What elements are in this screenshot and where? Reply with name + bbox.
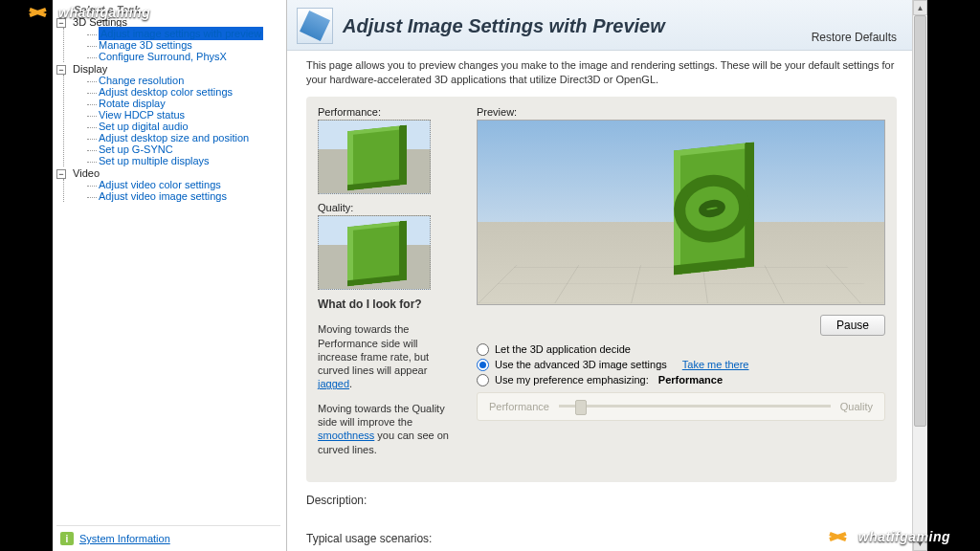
help-link-smoothness[interactable]: smoothness	[318, 430, 374, 441]
nav-gsync[interactable]: Set up G-SYNC	[99, 143, 173, 155]
nvidia-logo-3d	[657, 146, 771, 271]
tree-toggle-icon[interactable]: −	[56, 65, 66, 75]
nav-video-color[interactable]: Adjust video color settings	[99, 179, 221, 190]
slider-track[interactable]	[559, 405, 831, 408]
preference-value: Performance	[658, 374, 723, 386]
performance-thumbnail	[318, 120, 431, 194]
scroll-up-icon[interactable]: ▲	[913, 0, 927, 15]
take-me-there-link[interactable]: Take me there	[682, 359, 749, 370]
restore-defaults-link[interactable]: Restore Defaults	[812, 31, 897, 44]
description-label: Description:	[306, 494, 897, 507]
nav-hdcp-status[interactable]: View HDCP status	[99, 109, 185, 121]
radio-icon	[477, 374, 489, 386]
radio-label: Use the advanced 3D image settings	[495, 359, 667, 370]
radio-icon	[477, 343, 489, 356]
settings-panel: Performance: Quality: What do I look for…	[306, 97, 897, 482]
info-icon: i	[60, 532, 74, 545]
preview-label: Preview:	[477, 106, 885, 118]
quality-thumbnail	[318, 215, 431, 290]
watermark-top-left: whatifgaming	[28, 4, 150, 21]
nav-digital-audio[interactable]: Set up digital audio	[99, 121, 189, 132]
scrollbar-thumb[interactable]	[914, 15, 926, 427]
radio-label: Use my preference emphasizing:	[495, 374, 649, 386]
main-content: Adjust Image Settings with Preview Resto…	[287, 0, 912, 551]
watermark-text: whatifgaming	[858, 529, 950, 544]
quality-thumb-label: Quality:	[318, 202, 459, 213]
radio-let-app-decide[interactable]: Let the 3D application decide	[477, 343, 885, 356]
header-icon	[297, 8, 333, 44]
slider-label-right: Quality	[840, 401, 873, 412]
help-title: What do I look for?	[318, 298, 459, 313]
radio-advanced-3d[interactable]: Use the advanced 3D image settings Take …	[477, 359, 885, 371]
nav-video-image[interactable]: Adjust video image settings	[99, 190, 227, 202]
nav-adjust-image-preview[interactable]: Adjust image settings with preview	[99, 27, 263, 40]
help-box: What do I look for? Moving towards the P…	[318, 298, 459, 456]
nav-change-resolution[interactable]: Change resolution	[99, 75, 184, 86]
page-title: Adjust Image Settings with Preview	[343, 15, 665, 37]
nav-desktop-color[interactable]: Adjust desktop color settings	[99, 86, 233, 98]
page-header: Adjust Image Settings with Preview Resto…	[287, 0, 912, 51]
pause-button[interactable]: Pause	[820, 315, 885, 336]
nav-rotate-display[interactable]: Rotate display	[99, 98, 166, 109]
tree-group-label: Video	[73, 167, 100, 179]
watermark-text: whatifgaming	[58, 5, 150, 20]
nav-manage-3d[interactable]: Manage 3D settings	[99, 39, 192, 51]
nav-configure-surround[interactable]: Configure Surround, PhysX	[99, 51, 227, 62]
radio-icon	[477, 359, 489, 371]
nav-desktop-size-pos[interactable]: Adjust desktop size and position	[99, 132, 249, 143]
quality-slider: Performance Quality	[477, 392, 885, 421]
watermark-icon	[828, 528, 853, 545]
help-text: Moving towards the Quality side will imp…	[318, 403, 445, 428]
help-link-jagged[interactable]: jagged	[318, 378, 349, 389]
preview-viewport	[477, 120, 885, 305]
radio-use-preference[interactable]: Use my preference emphasizing: Performan…	[477, 374, 885, 386]
vertical-scrollbar[interactable]: ▲ ▼	[912, 0, 927, 551]
system-information-link[interactable]: System Information	[79, 533, 170, 544]
intro-text: This page allows you to preview changes …	[306, 58, 897, 87]
slider-label-left: Performance	[489, 401, 549, 412]
scenarios-label: Typical usage scenarios:	[306, 532, 897, 545]
nav-tree: − 3D Settings Adjust image settings with…	[56, 15, 280, 202]
nav-multiple-displays[interactable]: Set up multiple displays	[99, 155, 210, 166]
sidebar: Select a Task... − 3D Settings Adjust im…	[53, 0, 287, 551]
tree-group-label: Display	[73, 63, 107, 75]
help-text: Moving towards the Performance side will…	[318, 323, 429, 376]
performance-thumb-label: Performance:	[318, 106, 459, 118]
watermark-bottom-right: whatifgaming	[828, 528, 950, 545]
tree-toggle-icon[interactable]: −	[56, 169, 66, 179]
radio-label: Let the 3D application decide	[495, 343, 631, 355]
help-text: .	[349, 378, 352, 389]
watermark-icon	[28, 4, 53, 21]
